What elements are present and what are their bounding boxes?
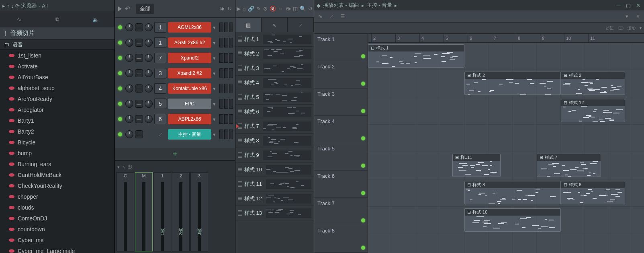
speaker-icon[interactable]: 🔈 bbox=[90, 14, 101, 25]
channel-menu-icon[interactable]: ▾ bbox=[213, 86, 218, 92]
bars-tool-icon[interactable]: ☰ bbox=[339, 13, 346, 19]
drag-handle-icon[interactable] bbox=[238, 80, 242, 86]
pattern-item[interactable]: 样式 5 bbox=[235, 90, 314, 105]
channel-number[interactable]: 4 bbox=[154, 83, 166, 94]
track-led[interactable] bbox=[361, 218, 365, 222]
drag-handle-icon[interactable] bbox=[238, 109, 242, 115]
browser-item[interactable]: countdown bbox=[0, 224, 114, 234]
pattern-item[interactable]: 样式 6 bbox=[235, 105, 314, 119]
channel-led[interactable] bbox=[118, 117, 122, 121]
track-header[interactable]: Track 6 bbox=[314, 171, 368, 198]
vol-knob[interactable] bbox=[145, 54, 153, 62]
step-sequencer[interactable] bbox=[219, 114, 233, 124]
pattern-item[interactable]: 样式 2 bbox=[235, 47, 314, 61]
track-lane[interactable] bbox=[368, 234, 644, 253]
channel-menu-icon[interactable]: ▾ bbox=[213, 116, 218, 122]
vol-knob[interactable] bbox=[145, 23, 153, 31]
pattern-item[interactable]: 样式 11 bbox=[235, 177, 314, 191]
arrows-icon[interactable]: ↔ bbox=[278, 6, 283, 12]
step-mode-label[interactable]: 步进 bbox=[606, 25, 614, 31]
pan-knob[interactable] bbox=[125, 84, 133, 93]
pattern-clip[interactable]: ⊟样式 8 bbox=[464, 181, 561, 204]
mute-button[interactable]: — bbox=[135, 39, 143, 47]
channel-led[interactable] bbox=[118, 71, 122, 75]
vol-knob[interactable] bbox=[145, 39, 153, 47]
refresh-icon[interactable]: ⟳ bbox=[15, 3, 20, 9]
vol-knob[interactable] bbox=[145, 115, 153, 123]
track-lane[interactable] bbox=[368, 125, 644, 152]
channel-menu-icon[interactable]: ▾ bbox=[213, 55, 218, 61]
pan-knob[interactable] bbox=[125, 115, 133, 123]
drag-handle-icon[interactable] bbox=[238, 138, 242, 144]
step-sequencer[interactable] bbox=[219, 23, 233, 32]
mixer-wave-icon[interactable]: ∿ bbox=[122, 165, 126, 170]
up-icon[interactable]: ↑ bbox=[7, 3, 10, 9]
channel-name-button[interactable]: Xpand!2 #2 bbox=[168, 68, 211, 78]
channel-number[interactable]: 6 bbox=[154, 114, 166, 124]
drag-handle-icon[interactable] bbox=[238, 37, 242, 42]
menu-icon[interactable]: ▾ bbox=[623, 13, 630, 19]
pattern-item[interactable]: 样式 4 bbox=[235, 76, 314, 90]
select-icon[interactable]: ◫ bbox=[293, 6, 298, 12]
track-header[interactable]: Track 5 bbox=[314, 143, 368, 171]
browser-item[interactable]: CantHoldMeBack bbox=[0, 169, 114, 180]
track-lane[interactable]: ⊟样式 12 bbox=[368, 97, 644, 125]
mixer-track[interactable]: 1插入 1 bbox=[153, 172, 171, 251]
browser-item[interactable]: clouds bbox=[0, 202, 114, 213]
scroll-mode-label[interactable]: 滚动 bbox=[628, 25, 636, 31]
browser-folder[interactable]: 🗀 语音 bbox=[0, 39, 114, 50]
browser-item[interactable]: AllYourBase bbox=[0, 72, 114, 82]
channel-number[interactable]: 1 bbox=[154, 37, 166, 48]
track-led[interactable] bbox=[361, 191, 365, 195]
channel-menu-icon[interactable]: ▾ bbox=[213, 101, 218, 107]
vol-knob[interactable] bbox=[145, 69, 153, 77]
drag-handle-icon[interactable] bbox=[238, 210, 242, 216]
play-icon[interactable]: ▶ bbox=[237, 6, 241, 12]
pattern-item[interactable]: 样式 1 bbox=[235, 32, 314, 47]
channel-menu-icon[interactable]: ▾ bbox=[213, 40, 218, 46]
scroll-dropdown-icon[interactable]: ▾ bbox=[640, 26, 642, 30]
track-header[interactable]: Track 3 bbox=[314, 88, 368, 116]
track-header[interactable]: Track 7 bbox=[314, 198, 368, 225]
pattern-item[interactable]: 样式 8 bbox=[235, 134, 314, 148]
pan-knob[interactable] bbox=[125, 23, 133, 31]
browser-item[interactable]: Barty1 bbox=[0, 115, 114, 126]
browser-category[interactable]: ⧙ 音频切片 bbox=[0, 27, 114, 39]
channel-number[interactable]: 5 bbox=[154, 99, 166, 109]
browser-item[interactable]: Cyber_me bbox=[0, 234, 114, 245]
track-led[interactable] bbox=[361, 109, 365, 113]
drag-handle-icon[interactable] bbox=[238, 167, 242, 173]
tab-grid[interactable]: ▥ bbox=[235, 18, 262, 32]
track-header[interactable]: Track 4 bbox=[314, 116, 368, 143]
channel-name-button[interactable]: ABPL2x86 bbox=[168, 114, 211, 124]
wave-icon[interactable]: ∿ bbox=[14, 14, 25, 25]
playlist-grid[interactable]: 234567891011 ⊟样式 1⊟样式 2⊟样式 2⊟样式 12⊟样..11… bbox=[368, 34, 644, 253]
vol-knob[interactable] bbox=[145, 100, 153, 108]
pattern-item[interactable]: 样式 12 bbox=[235, 191, 314, 206]
track-header[interactable]: Track 1 bbox=[314, 34, 368, 61]
step-sequencer[interactable] bbox=[219, 99, 233, 109]
pattern-clip[interactable]: ⊟样式 2 bbox=[561, 72, 625, 95]
pan-knob[interactable] bbox=[125, 69, 133, 77]
mixer-track[interactable]: C bbox=[117, 172, 134, 251]
down-icon[interactable]: ↓ bbox=[11, 3, 14, 9]
pattern-clip[interactable]: ⊟样..11 bbox=[452, 154, 501, 177]
drag-handle-icon[interactable] bbox=[238, 196, 242, 202]
maximize-button[interactable]: ▢ bbox=[625, 2, 632, 8]
close-button[interactable]: ✕ bbox=[634, 2, 642, 8]
pattern-clip[interactable]: ⊟样式 12 bbox=[561, 99, 625, 122]
mute-button[interactable]: — bbox=[135, 100, 143, 108]
step-sequencer[interactable] bbox=[219, 53, 233, 63]
channel-menu-icon[interactable]: ▾ bbox=[213, 132, 218, 138]
pan-knob[interactable] bbox=[125, 130, 133, 138]
browser-item[interactable]: bump bbox=[0, 148, 114, 158]
pattern-item[interactable]: 样式 7 bbox=[235, 119, 314, 134]
loop-icon[interactable]: ↻ bbox=[227, 6, 232, 12]
browser-item[interactable]: chopper bbox=[0, 191, 114, 202]
browser-item[interactable]: AreYouReady bbox=[0, 93, 114, 104]
channel-name-button[interactable]: 主控 - 音量 bbox=[168, 129, 211, 140]
pattern-item[interactable]: 样式 9 bbox=[235, 148, 314, 162]
pan-knob[interactable] bbox=[125, 100, 133, 108]
pencil-icon[interactable]: ✎ bbox=[256, 6, 261, 12]
browser-item[interactable]: Barty2 bbox=[0, 126, 114, 137]
